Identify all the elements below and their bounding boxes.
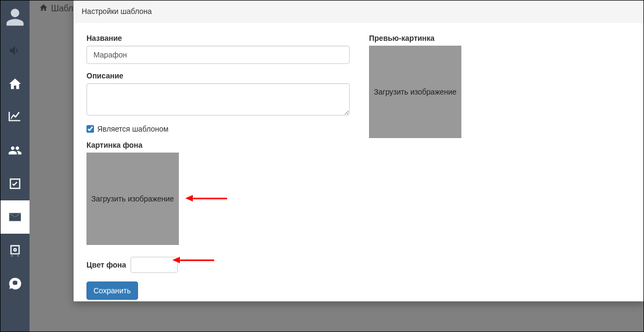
sidebar-item-speaker[interactable] bbox=[1, 34, 30, 67]
sidebar-item-chat[interactable] bbox=[1, 267, 30, 300]
sidebar-item-home[interactable] bbox=[1, 67, 30, 100]
modal-right-column: Превью-картинка Загрузить изображение bbox=[369, 34, 562, 300]
is-template-label: Является шаблоном bbox=[97, 125, 169, 133]
desc-group: Описание bbox=[86, 71, 350, 117]
users-icon bbox=[8, 143, 22, 157]
check-icon bbox=[8, 177, 22, 191]
chart-icon bbox=[8, 110, 22, 124]
safe-icon bbox=[8, 243, 22, 257]
sidebar-item-users[interactable] bbox=[1, 134, 30, 167]
preview-group: Превью-картинка Загрузить изображение bbox=[369, 34, 562, 138]
user-icon bbox=[5, 6, 25, 28]
sidebar-item-safe[interactable] bbox=[1, 234, 30, 267]
arrow-line-icon bbox=[193, 198, 227, 199]
annotation-arrow-color bbox=[172, 257, 214, 263]
bg-upload-text: Загрузить изображение bbox=[91, 194, 174, 203]
preview-label: Превью-картинка bbox=[369, 34, 562, 42]
modal-body: Название Описание Является шаблоном Карт… bbox=[74, 23, 644, 308]
sidebar-item-chart[interactable] bbox=[1, 100, 30, 134]
sidebar-item-user[interactable] bbox=[1, 1, 30, 34]
desc-label: Описание bbox=[86, 71, 350, 80]
annotation-arrow-upload bbox=[185, 195, 227, 201]
speaker-icon bbox=[8, 44, 22, 57]
preview-upload-text: Загрузить изображение bbox=[374, 88, 457, 96]
chat-icon bbox=[8, 277, 22, 291]
modal-title: Настройки шаблона bbox=[82, 7, 636, 16]
arrow-line-icon bbox=[180, 259, 214, 261]
is-template-row: Является шаблоном bbox=[86, 125, 350, 133]
breadcrumb-home-icon bbox=[39, 3, 48, 14]
desc-textarea[interactable] bbox=[86, 83, 350, 116]
name-input[interactable] bbox=[86, 46, 350, 64]
bg-image-label: Картинка фона bbox=[86, 141, 350, 149]
name-group: Название bbox=[86, 34, 350, 64]
sidebar-item-mail[interactable] bbox=[1, 200, 30, 234]
sidebar-item-check[interactable] bbox=[1, 167, 30, 200]
modal-header: Настройки шаблона bbox=[74, 1, 644, 23]
home-icon bbox=[8, 77, 22, 91]
is-template-checkbox[interactable] bbox=[86, 125, 94, 133]
bg-image-group: Картинка фона Загрузить изображение bbox=[86, 141, 350, 245]
save-button[interactable]: Сохранить bbox=[86, 282, 138, 300]
bg-color-row: Цвет фона bbox=[86, 257, 350, 273]
bg-image-upload[interactable]: Загрузить изображение bbox=[86, 153, 179, 245]
name-label: Название bbox=[86, 34, 350, 42]
preview-upload[interactable]: Загрузить изображение bbox=[369, 46, 461, 138]
sidebar bbox=[1, 1, 30, 332]
bg-color-label: Цвет фона bbox=[86, 261, 126, 269]
arrow-head-icon bbox=[172, 257, 180, 263]
template-settings-modal: Настройки шаблона Название Описание Явля… bbox=[74, 1, 644, 301]
arrow-head-icon bbox=[185, 195, 193, 201]
bg-color-input[interactable] bbox=[131, 257, 178, 273]
modal-left-column: Название Описание Является шаблоном Карт… bbox=[86, 34, 350, 300]
mail-icon bbox=[8, 210, 22, 224]
